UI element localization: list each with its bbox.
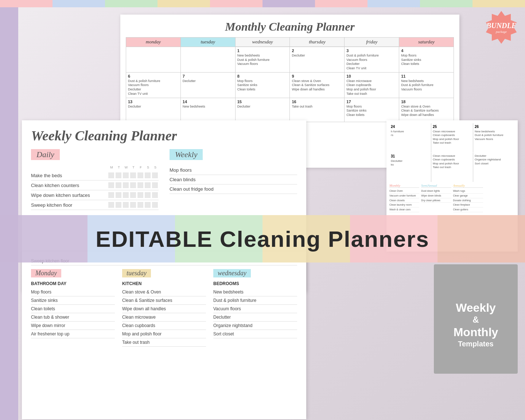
day-cell-w2-wed: 8 Mop floorsSanitize sinksClean toilets (236, 73, 290, 98)
day-cell-w2-fri: 10 Clean microwaveClean cupboardsMop and… (345, 73, 399, 98)
tuesday-task-6: Mop and polish floor (122, 330, 206, 338)
partial-grid-2: 31 Declutterks Clean microwaveClean cupb… (389, 153, 515, 182)
wednesday-task-5: Organize nightstand (213, 322, 297, 330)
header-tuesday: tuesday (181, 38, 235, 47)
freq-task-laundry: Clean laundry room (389, 203, 419, 207)
cb-1[interactable] (108, 172, 114, 178)
monday-task-6: Air freshener top up (31, 330, 115, 338)
task-row-counters: Clean kitchen counters (31, 180, 159, 190)
freq-task-donate: Donate clothing (453, 198, 483, 203)
freq-task-closets: Clean closets (389, 198, 419, 203)
cb-3[interactable] (123, 172, 129, 178)
day-columns: Monday BATHROOM DAY Mop floors Sanitize … (31, 269, 297, 347)
tuesday-task-5: Clean cupboards (122, 322, 206, 330)
top-color-strips (0, 0, 525, 7)
day-cell-w3-fri: 17 Mop floorsSanitize sinksClean toilets (345, 98, 399, 122)
bundle-badge-text: BUNDLE (486, 22, 516, 30)
monday-column: Monday BATHROOM DAY Mop floors Sanitize … (31, 269, 115, 347)
wednesday-task-3: Vacuum floors (213, 305, 297, 313)
semi-freq-title: SemiAnnual (421, 184, 451, 188)
tuesday-header: tuesday (122, 269, 206, 279)
cb-6[interactable] (145, 172, 151, 178)
right-panel-line3: Monthly (441, 325, 510, 339)
monday-task-4: Clean tub & shower (31, 313, 115, 322)
weekly-planner-title: Weekly Cleaning Planner (31, 128, 297, 144)
cb-7[interactable] (152, 172, 158, 178)
freq-task-garage: Clear garage (453, 194, 483, 198)
wednesday-task-4: Declutter (213, 313, 297, 322)
tuesday-task-2: Clean & Sanitize surfaces (122, 296, 206, 305)
monday-title: Monday (31, 269, 61, 277)
monday-task-5: Wipe down mirror (31, 322, 115, 330)
header-wednesday: wednesday (236, 38, 290, 47)
day-cell-w1-fri: 3 Dust & polish furnitureVacuum floorsDe… (345, 47, 399, 72)
freq-task-fireplace: Clean fireplace (453, 203, 483, 207)
task-row-wipe: Wipe down kitchen surfaces (31, 190, 159, 200)
day-cell-w2-sat: 11 New bedsheetsDust & polish furnitureV… (399, 73, 454, 98)
day-cell-w2-tue: 7 Declutter (181, 73, 235, 98)
partial-cell-25: 25 Clean microwaveClean cupboardsMop and… (431, 123, 473, 152)
task-name-blinds: Clean blinds (170, 177, 297, 182)
task-name-sweep: Sweep kitchen floor (31, 202, 105, 208)
cb-5[interactable] (137, 172, 143, 178)
wednesday-subtitle: BEDROOMS (213, 281, 297, 286)
cb-2[interactable] (116, 172, 121, 178)
monday-subtitle: BATHROOM DAY (31, 281, 115, 286)
task-name-fridge: Clean out fridge food (170, 186, 297, 192)
right-panel-line2: & (441, 315, 510, 325)
day-cell-w2-mon: 6 Dust & polish furnitureVacuum floorsDe… (126, 73, 180, 98)
freq-task-lights: Dust down lights (421, 189, 451, 194)
task-row-fridge: Clean out fridge food (170, 184, 297, 194)
task-row-beds: Make the beds (31, 171, 159, 180)
cb-4[interactable] (130, 172, 136, 178)
monday-task-1: Mop floors (31, 288, 115, 296)
daily-title-wrap: Daily (31, 149, 60, 160)
day-cell-w1-sat: 4 Mop floorsSanitize sinksClean toilets (399, 47, 454, 72)
wednesday-task-2: Dust & polish furniture (213, 296, 297, 305)
freq-task-blinds: Wipe down blinds (421, 194, 451, 198)
task-name-counters: Clean kitchen counters (31, 183, 105, 188)
day-cell-w3-sat: 18 Clean stove & OvenClean & Sanitize su… (399, 98, 454, 122)
task-row-mop: Mop floors (170, 166, 297, 175)
freq-task-pillows: Dry clean pillows (421, 198, 451, 203)
checkboxes-wipe (108, 192, 159, 198)
header-thursday: thursday (290, 38, 344, 47)
tuesday-task-1: Clean stove & Oven (122, 288, 206, 296)
partial-cell-empty1: Clean microwaveClean cupboardsMop and po… (431, 153, 473, 182)
wednesday-column: wednesday BEDROOMS New bedsheets Dust & … (213, 269, 297, 347)
freq-task-oven: Clean Oven (389, 189, 419, 194)
left-color-strip (0, 0, 18, 420)
header-monday: monday (126, 38, 180, 47)
right-panel-line4: Templates (441, 339, 510, 348)
task-name-wipe: Wipe down kitchen surfaces (31, 192, 105, 198)
checkboxes-sweep (108, 202, 159, 208)
mtw-header: MTWTFSS (108, 166, 159, 169)
day-cell-w1-wed: 1 New bedsheetsDust & polish furnitureVa… (236, 47, 290, 72)
freq-task-vacuum: Vacuum under furniture (389, 194, 419, 198)
monthly-grid: monday tuesday wednesday thursday friday… (126, 37, 454, 122)
weekly-section: Weekly Mop floors Clean blinds Clean out… (170, 149, 297, 210)
wednesday-title: wednesday (213, 269, 251, 277)
task-name-beds: Make the beds (31, 173, 105, 178)
weekly-section-title: Weekly (175, 150, 197, 159)
tuesday-subtitle: KITCHEN (122, 281, 206, 286)
banner: EDITABLE Cleaning Planners (0, 215, 525, 262)
task-row-sweep: Sweep kitchen floor (31, 200, 159, 210)
monday-header: Monday (31, 269, 115, 279)
banner-text: EDITABLE Cleaning Planners (96, 226, 429, 252)
day-cell-w3-thu: 16 Take out trash (290, 98, 344, 122)
day-cell-w2-thu: 9 Clean stove & OvenClean & Sanitize sur… (290, 73, 344, 98)
header-friday: friday (345, 38, 399, 47)
monday-task-3: Clean toilets (31, 305, 115, 313)
right-panel-content: Weekly & Monthly Templates (434, 293, 518, 355)
partial-cell-26: 26 New bedsheetsDust & polish furnitureV… (473, 123, 515, 152)
checkboxes-counters (108, 182, 159, 188)
weekly-content: Daily MTWTFSS Make the beds (31, 149, 297, 210)
tuesday-title: tuesday (122, 269, 151, 277)
monthly-freq-section: Monthly Clean Oven Vacuum under furnitur… (389, 184, 419, 212)
day-cell-w1-mon (126, 47, 180, 72)
task-row-blinds: Clean blinds (170, 175, 297, 184)
tuesday-column: tuesday KITCHEN Clean stove & Oven Clean… (122, 269, 206, 347)
wednesday-header: wednesday (213, 269, 297, 279)
monday-task-2: Sanitize sinks (31, 296, 115, 305)
